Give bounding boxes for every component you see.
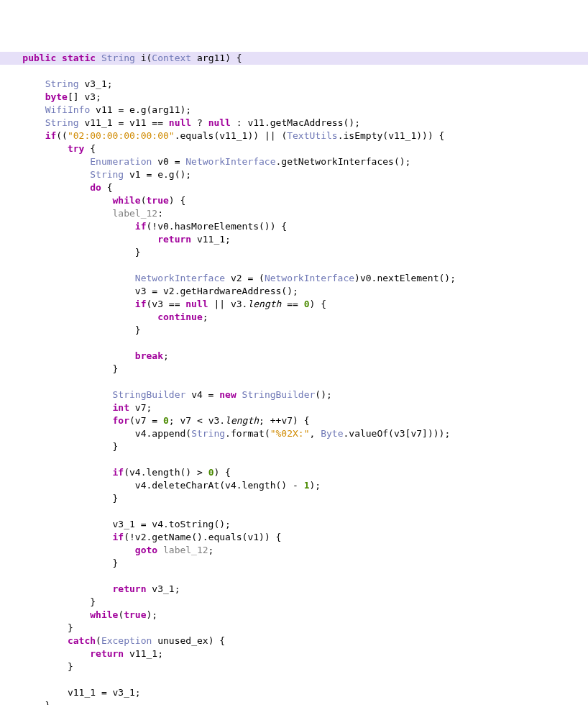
field-length: length xyxy=(247,299,281,309)
kw-goto: goto xyxy=(135,545,157,555)
call-gethw: getHardwareAddress xyxy=(180,286,281,296)
id-v3_1: v3_1 xyxy=(152,583,174,594)
num-0: 0 xyxy=(304,299,310,309)
id-v3: v3 xyxy=(135,286,147,296)
id-v4: v4 xyxy=(135,480,147,491)
id-v3_1: v3_1 xyxy=(113,519,135,529)
id-v1: v1 xyxy=(247,532,259,542)
var-v1: v1 xyxy=(129,169,141,180)
id-v7: v7 xyxy=(180,415,191,426)
id-v11_1: v11_1 xyxy=(219,130,247,141)
id-v4: v4 xyxy=(152,519,163,529)
type-wifiinfo: WifiInfo xyxy=(45,104,91,115)
id-v11: v11 xyxy=(129,117,146,128)
label-ref: label_12 xyxy=(163,545,208,555)
var-v0: v0 xyxy=(157,156,169,167)
kw-if: if xyxy=(135,221,147,232)
type-exception: Exception xyxy=(101,635,152,646)
string-fmt: "%02X:" xyxy=(270,428,310,439)
type-byte: Byte xyxy=(321,428,343,439)
kw-try: try xyxy=(68,143,84,154)
id-v4: v4 xyxy=(225,480,236,491)
num-0: 0 xyxy=(163,415,169,426)
id-v7: v7 xyxy=(281,415,293,426)
id-v0: v0 xyxy=(360,273,372,283)
call-delchar: deleteCharAt xyxy=(152,480,219,491)
call-hasmore: hasMoreElements xyxy=(175,221,259,232)
kw-do: do xyxy=(90,182,101,193)
kw-true: true xyxy=(124,609,146,620)
call-g: g xyxy=(141,104,147,115)
kw-true: true xyxy=(147,195,169,206)
id-v3: v3 xyxy=(394,428,405,439)
call-g: g xyxy=(169,169,175,180)
id-v3_1: v3_1 xyxy=(113,687,135,698)
call-nextel: nextElement xyxy=(377,273,438,283)
num-1: 1 xyxy=(304,480,310,491)
call-getname: getName xyxy=(152,532,191,542)
call-getni: getNetworkInterfaces xyxy=(281,156,394,167)
field-length: length xyxy=(225,415,259,426)
id-v7: v7 xyxy=(410,428,422,439)
id-v11_1: v11_1 xyxy=(68,687,96,698)
var-v11: v11 xyxy=(96,104,112,115)
id-v7: v7 xyxy=(135,415,147,426)
type-ni: NetworkInterface xyxy=(185,156,275,167)
kw-byte: byte xyxy=(45,91,68,102)
id-e: e xyxy=(157,169,163,180)
id-v11_1: v11_1 xyxy=(388,130,416,141)
kw-return: return xyxy=(113,583,147,594)
kw-while: while xyxy=(113,195,141,206)
type-textutils: TextUtils xyxy=(287,130,337,141)
type-string: String xyxy=(101,53,135,63)
kw-static: static xyxy=(62,53,96,63)
kw-continue: continue xyxy=(157,311,203,322)
id-v11_1: v11_1 xyxy=(129,648,157,659)
type-ni: NetworkInterface xyxy=(135,273,225,283)
id-v2: v2 xyxy=(135,532,147,542)
call-format: format xyxy=(231,428,265,439)
kw-for: for xyxy=(113,415,129,426)
type-enum: Enumeration xyxy=(90,156,152,167)
kw-null: null xyxy=(169,117,191,128)
call-valueof: valueOf xyxy=(349,428,388,439)
var-v2: v2 xyxy=(231,273,242,283)
type-string: String xyxy=(45,78,79,89)
type-sb: StringBuilder xyxy=(113,389,186,400)
kw-null: null xyxy=(208,117,231,128)
kw-if: if xyxy=(113,532,124,542)
var-v4: v4 xyxy=(191,389,203,400)
call-length: length xyxy=(147,467,180,478)
var-v3_1: v3_1 xyxy=(84,78,106,89)
id-unusedex: unused_ex xyxy=(157,635,208,646)
code-block: public static String i(Context arg11) { … xyxy=(0,52,588,705)
type-string: String xyxy=(90,169,124,180)
var-v7: v7 xyxy=(135,402,147,413)
method-name: i xyxy=(141,53,147,63)
kw-if: if xyxy=(135,299,147,309)
kw-int: int xyxy=(113,402,129,413)
id-v3: v3 xyxy=(152,299,163,309)
kw-while: while xyxy=(90,609,118,620)
id-v3: v3 xyxy=(231,299,242,309)
type-string: String xyxy=(45,117,79,128)
kw-new: new xyxy=(219,389,236,400)
var-v11_1: v11_1 xyxy=(84,117,112,128)
kw-return: return xyxy=(90,648,124,659)
kw-return: return xyxy=(157,234,191,245)
kw-break: break xyxy=(135,350,163,361)
id-v4: v4 xyxy=(129,467,141,478)
type-context: Context xyxy=(152,53,191,63)
kw-catch: catch xyxy=(68,635,96,646)
param-arg11: arg11 xyxy=(197,53,225,63)
id-v0: v0 xyxy=(157,221,169,232)
type-sb: StringBuilder xyxy=(242,389,316,400)
id-v2: v2 xyxy=(163,286,175,296)
id-arg11: arg11 xyxy=(152,104,180,115)
type-string: String xyxy=(191,428,225,439)
id-v4: v4 xyxy=(135,428,147,439)
call-isempty: isEmpty xyxy=(344,130,383,141)
label-12: label_12 xyxy=(113,208,158,219)
string-mac: "02:00:00:00:00:00" xyxy=(68,130,175,141)
kw-if: if xyxy=(113,467,124,478)
